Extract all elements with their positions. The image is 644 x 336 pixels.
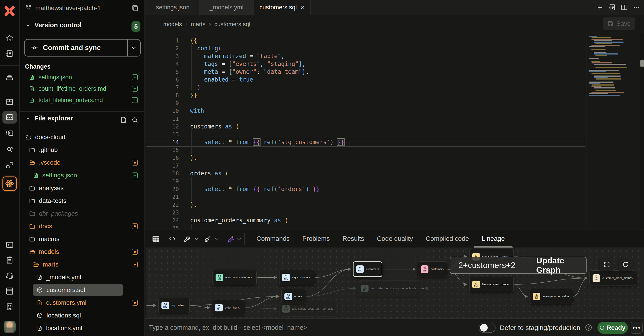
close-tab-icon[interactable]: ×	[301, 3, 305, 11]
tab--models-yml[interactable]: _models.yml	[200, 0, 254, 15]
command-input[interactable]: Type a command, ex. dbt build --select <…	[149, 319, 307, 336]
search-files-icon[interactable]	[131, 116, 139, 124]
more-options-icon[interactable]	[632, 3, 641, 12]
file-tree-item-locations-sql[interactable]: locations.sql	[20, 310, 144, 321]
file-tree-item-docs[interactable]: docs	[20, 221, 144, 232]
breadcrumb-item[interactable]: marts	[191, 21, 206, 28]
file-tree-item-models[interactable]: models	[20, 246, 144, 258]
ready-status-badge[interactable]: Ready	[598, 322, 628, 334]
flow-icon[interactable]	[2, 159, 17, 172]
file-tree-item-marts[interactable]: marts	[20, 259, 144, 270]
new-tab-plus-icon[interactable]	[596, 3, 604, 12]
change-item[interactable]: count_lifetime_orders.md+	[20, 83, 144, 94]
scrollbar-handle[interactable]	[640, 60, 644, 66]
minimap-line	[596, 90, 616, 91]
code-editor[interactable]: 1{{2 config(3 materialized = "table",4 t…	[146, 33, 644, 229]
dbt-logo[interactable]	[2, 3, 17, 19]
lineage-node-customers[interactable]: SEMcustomers	[418, 261, 447, 277]
file-tree-label: .vscode	[39, 159, 60, 166]
chevron-down-icon[interactable]	[236, 236, 242, 242]
panel-tab-commands[interactable]: Commands	[256, 229, 290, 248]
defer-toggle[interactable]	[478, 323, 496, 333]
user-avatar[interactable]	[4, 321, 16, 333]
version-control-header[interactable]: Version control	[25, 21, 82, 29]
tab-customers-sql[interactable]: customers.sql×	[254, 0, 310, 15]
file-tree-item-dbt-packages[interactable]: dbt_packages	[20, 208, 144, 219]
breadcrumb-item[interactable]: models	[163, 21, 182, 28]
file-tree-item-customers-sql[interactable]: customers.sql	[20, 284, 144, 296]
help-question-icon[interactable]: ?	[586, 324, 592, 331]
copy-branch-icon[interactable]	[131, 4, 139, 12]
file-explorer-header[interactable]: File explorer	[25, 115, 73, 122]
lineage-node-customer-order-metrics[interactable]: SVQcustomer_order_metrics	[590, 270, 636, 286]
commit-options-chevron[interactable]	[127, 39, 140, 56]
file-tree-item-locations-yml[interactable]: locations.yml	[20, 322, 144, 334]
lineage-node-ecom-raw-customers[interactable]: SRCecom.raw_customers	[212, 270, 257, 285]
build-wrench-icon[interactable]	[183, 234, 200, 244]
file-tree-item-settings-json[interactable]: settings.json+	[20, 170, 144, 181]
file-tree-item-customers-yml[interactable]: customers.yml	[20, 297, 144, 309]
file-tree-item-docs-cloud[interactable]: docs-cloud	[20, 131, 144, 143]
panels-icon[interactable]	[2, 127, 17, 139]
terminal-icon[interactable]	[2, 239, 17, 251]
chevron-down-icon[interactable]	[194, 236, 200, 242]
panel-tab-results[interactable]: Results	[342, 229, 364, 248]
file-tree-item--vscode[interactable]: .vscode	[20, 157, 144, 168]
update-graph-button[interactable]: Update Graph	[536, 257, 586, 274]
ai-fix-icon[interactable]	[226, 234, 242, 244]
more-actions-button[interactable]: •••	[630, 322, 643, 334]
save-button[interactable]: Save	[603, 17, 635, 30]
compiled-code-icon[interactable]	[168, 234, 176, 244]
notebook-panel-icon[interactable]	[608, 3, 617, 12]
file-tree-item--github[interactable]: .github	[20, 144, 144, 156]
stage-add-icon[interactable]: +	[132, 97, 138, 103]
change-item[interactable]: total_lifetime_orders.md+	[20, 94, 144, 106]
breadcrumb-item[interactable]: customers.sql	[214, 21, 250, 28]
editor-scrollbar[interactable]	[640, 33, 644, 229]
notebook-icon[interactable]	[2, 47, 17, 60]
file-tree-item-data-tests[interactable]: data-tests	[20, 195, 144, 207]
file-tree-item-analyses[interactable]: analyses	[20, 182, 144, 194]
results-table-icon[interactable]	[152, 234, 160, 244]
lineage-node-stg-customers[interactable]: MDLstg_customers	[279, 270, 315, 285]
split-editor-icon[interactable]	[620, 3, 629, 12]
panel-tab-compiled-code[interactable]: Compiled code	[426, 229, 469, 248]
change-item[interactable]: settings.json+	[20, 72, 144, 83]
org-building-icon[interactable]	[2, 301, 17, 313]
stage-add-icon[interactable]: +	[132, 74, 138, 80]
commit-and-sync-button[interactable]: Commit and sync	[24, 39, 141, 56]
lineage-node-lifetime-spend-pretax[interactable]: METlifetime_spend_pretax	[469, 277, 514, 292]
lineage-node-test-order-items-compute-to-bools-correctly[interactable]: TSTtest_order_items_compute_to_bools_cor…	[358, 280, 422, 297]
minimap-line	[589, 58, 599, 59]
panel-tab-lineage[interactable]: Lineage	[482, 229, 505, 248]
stack-icon[interactable]	[2, 71, 17, 83]
panel-tab-problems[interactable]: Problems	[302, 229, 330, 248]
lineage-node-stg-orders[interactable]: MDLstg_orders	[158, 298, 190, 313]
lineage-node-average-order-value[interactable]: METaverage_order_value	[530, 289, 573, 304]
lineage-node-test-supply-costs-sum-correctly[interactable]: TSTtest_supply_costs_sum_correctly	[279, 301, 338, 317]
minimap[interactable]	[586, 33, 640, 229]
refresh-graph-icon[interactable]	[618, 257, 632, 272]
clipboard-icon[interactable]	[2, 254, 17, 266]
branch-selector[interactable]: matthewshaver-patch-1	[24, 0, 101, 16]
panel-tab-code-quality[interactable]: Code quality	[377, 229, 413, 248]
chevron-down-icon[interactable]	[214, 236, 220, 242]
file-tree-item--models-yml[interactable]: _models.yml	[20, 272, 144, 283]
clean-broom-icon[interactable]	[204, 234, 220, 244]
new-file-icon[interactable]	[120, 116, 128, 124]
lineage-node-customers[interactable]: MDLcustomers	[353, 261, 382, 277]
code-editor-icon[interactable]	[2, 111, 17, 124]
docs-book-icon[interactable]	[2, 285, 17, 297]
fullscreen-icon[interactable]	[600, 257, 614, 272]
grid-icon[interactable]	[2, 96, 17, 108]
lineage-graph[interactable]: SRCecom.raw_customersMDLstg_customersMDL…	[146, 248, 644, 318]
query-explorer-icon[interactable]	[2, 143, 17, 155]
home-icon[interactable]	[2, 32, 17, 45]
lineage-selector-input[interactable]: 2+customers+2	[450, 257, 536, 274]
dbt-copilot-atom-icon[interactable]	[2, 176, 17, 191]
lineage-node-order-items[interactable]: MDLorder_items	[212, 300, 245, 316]
headset-support-icon[interactable]	[2, 269, 17, 282]
tab-settings-json[interactable]: settings.json	[146, 0, 200, 15]
stage-add-icon[interactable]: +	[132, 86, 138, 92]
file-tree-item-macros[interactable]: macros	[20, 233, 144, 245]
